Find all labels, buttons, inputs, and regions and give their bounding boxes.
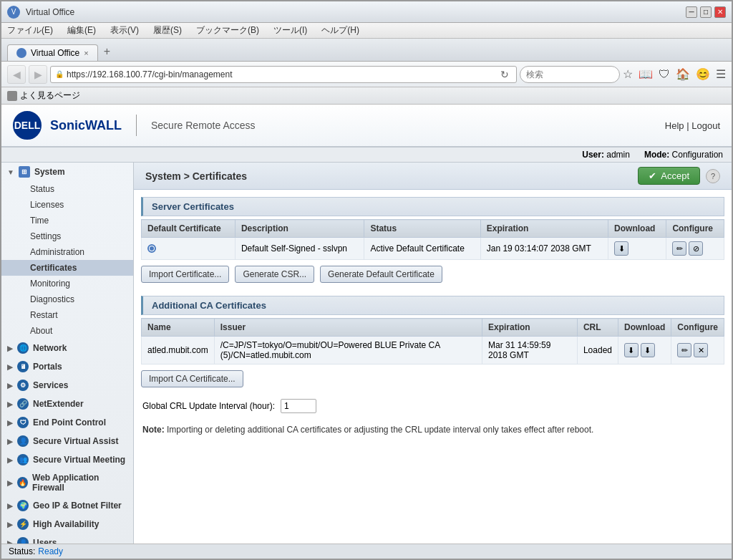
brand-name: SonicWALL <box>50 118 122 133</box>
profile-icon[interactable]: 😊 <box>696 67 710 81</box>
browser-icon: V <box>7 6 20 19</box>
sidebar-item-licenses[interactable]: Licenses <box>1 197 133 213</box>
sidebar-section-geoip[interactable]: ▶ 🌍 Geo IP & Botnet Filter <box>1 496 133 515</box>
menu-icon[interactable]: ☰ <box>716 67 726 81</box>
sidebar-section-portals[interactable]: ▶ 🖥 Portals <box>1 357 133 376</box>
status-label: Status: <box>9 546 35 556</box>
close-button[interactable]: ✕ <box>714 6 726 18</box>
sidebar-item-about[interactable]: About <box>1 323 133 339</box>
menu-edit[interactable]: 編集(E) <box>64 23 99 38</box>
mode-info: Mode: Configuration <box>644 150 723 160</box>
network-icon: 🌐 <box>17 342 29 354</box>
import-ca-cert-button[interactable]: Import CA Certificate... <box>141 370 243 387</box>
bookmark-icon[interactable]: 📖 <box>639 67 653 81</box>
mode-value: Configuration <box>672 150 723 160</box>
user-info: User: admin <box>582 150 630 160</box>
bookmarks-label[interactable]: よく見るページ <box>20 90 80 102</box>
waf-icon: 🔥 <box>17 477 28 488</box>
sidebar-item-time[interactable]: Time <box>1 213 133 228</box>
sidebar-section-waf[interactable]: ▶ 🔥 Web Application Firewall <box>1 469 133 496</box>
sidebar-section-users[interactable]: ▶ 👤 Users <box>1 534 133 544</box>
ca-col-name: Name <box>142 319 215 337</box>
col-description: Description <box>235 220 364 238</box>
server-cert-edit-button[interactable]: ✏ <box>672 241 686 256</box>
search-input[interactable] <box>520 66 620 83</box>
back-button[interactable]: ◀ <box>7 65 26 84</box>
ca-cert-row: atled.mubit.com /C=JP/ST=tokyo/O=mubit/O… <box>142 337 724 365</box>
tab-favicon <box>16 48 26 58</box>
ca-cert-delete-button[interactable]: ✕ <box>694 343 708 357</box>
sidebar-section-services[interactable]: ▶ ⚙ Services <box>1 376 133 395</box>
ha-icon: ⚡ <box>17 518 29 530</box>
sonicwall-header: DELL SonicWALL Secure Remote Access Help… <box>1 105 732 148</box>
note-label: Note: <box>142 425 165 435</box>
brand-divider <box>136 115 137 136</box>
mode-label: Mode: <box>644 150 669 160</box>
ca-configure-cell: ✏ ✕ <box>671 337 724 365</box>
sidebar-section-endpoint[interactable]: ▶ 🛡 End Point Control <box>1 413 133 432</box>
sidebar-section-system[interactable]: ▼ ⊞ System <box>1 163 133 181</box>
help-link[interactable]: Help <box>665 120 684 131</box>
additional-ca-section-header: Additional CA Certificates <box>141 296 724 315</box>
sidebar-item-restart[interactable]: Restart <box>1 307 133 323</box>
menu-view[interactable]: 表示(V) <box>107 23 142 38</box>
star-icon[interactable]: ☆ <box>623 67 633 81</box>
forward-button[interactable]: ▶ <box>29 65 47 84</box>
sidebar-section-svm[interactable]: ▶ 👥 Secure Virtual Meeting <box>1 450 133 469</box>
ca-issuer-cell: /C=JP/ST=tokyo/O=mubit/OU=Powered BLUE P… <box>214 337 482 365</box>
tab-close-button[interactable]: × <box>84 49 88 57</box>
import-cert-button[interactable]: Import Certificate... <box>141 266 229 283</box>
ca-cert-crl-download-button[interactable]: ⬇ <box>624 343 639 357</box>
sidebar-section-network[interactable]: ▶ 🌐 Network <box>1 339 133 357</box>
menu-tools[interactable]: ツール(I) <box>271 23 310 38</box>
sidebar-item-administration[interactable]: Administration <box>1 244 133 260</box>
sidebar-item-status[interactable]: Status <box>1 181 133 197</box>
cert-expiration-cell: Jan 19 03:14:07 2038 GMT <box>480 238 608 260</box>
ca-cert-download-button[interactable]: ⬇ <box>641 343 655 357</box>
cert-default-cell <box>142 238 236 260</box>
home-icon[interactable]: 🏠 <box>676 67 690 81</box>
sidebar-section-netextender[interactable]: ▶ 🔗 NetExtender <box>1 395 133 413</box>
maximize-button[interactable]: □ <box>700 6 712 18</box>
default-cert-radio[interactable] <box>147 244 156 253</box>
sidebar-item-monitoring[interactable]: Monitoring <box>1 276 133 291</box>
refresh-button[interactable]: ↻ <box>497 67 512 82</box>
page-help-button[interactable]: ? <box>706 169 720 183</box>
server-cert-delete-button[interactable]: ⊘ <box>689 241 703 256</box>
menu-history[interactable]: 履歴(S) <box>150 23 185 38</box>
generate-csr-button[interactable]: Generate CSR... <box>235 266 314 283</box>
menu-bookmarks[interactable]: ブックマーク(B) <box>193 23 262 38</box>
crl-label: Global CRL Update Interval (hour): <box>142 401 275 411</box>
col-download: Download <box>608 220 666 238</box>
accept-button[interactable]: ✔ Accept <box>638 167 700 185</box>
crl-interval-input[interactable] <box>281 399 316 413</box>
logout-link[interactable]: Logout <box>691 120 720 131</box>
sidebar-item-settings[interactable]: Settings <box>1 228 133 244</box>
shield-icon: 🛡 <box>659 68 670 81</box>
title-bar: V Virtual Office ─ □ ✕ <box>1 1 732 23</box>
minimize-button[interactable]: ─ <box>686 6 697 18</box>
ca-download-btn-group: ⬇ ⬇ <box>624 343 665 357</box>
server-cert-download-button[interactable]: ⬇ <box>614 241 628 256</box>
sidebar-section-sva[interactable]: ▶ 👤 Secure Virtual Assist <box>1 432 133 450</box>
col-status: Status <box>364 220 480 238</box>
sidebar-section-ha[interactable]: ▶ ⚡ High Availability <box>1 515 133 534</box>
cert-description-cell: Default Self-Signed - sslvpn <box>235 238 364 260</box>
bookmark-folder-icon <box>7 91 17 101</box>
ca-cert-edit-button[interactable]: ✏ <box>677 343 691 357</box>
menu-help[interactable]: ヘルプ(H) <box>319 23 362 38</box>
generate-default-cert-button[interactable]: Generate Default Certificate <box>320 266 442 283</box>
server-cert-btn-row: Import Certificate... Generate CSR... Ge… <box>134 260 732 289</box>
new-tab-button[interactable]: + <box>98 42 116 61</box>
server-cert-row: Default Self-Signed - sslvpn Active Defa… <box>142 238 724 260</box>
svm-icon: 👥 <box>17 454 29 465</box>
sidebar-item-certificates[interactable]: Certificates <box>1 260 133 276</box>
ca-cert-btn-row: Import CA Certificate... <box>134 365 732 393</box>
sidebar-item-diagnostics[interactable]: Diagnostics <box>1 291 133 307</box>
endpoint-icon: 🛡 <box>17 417 29 428</box>
cert-download-cell: ⬇ <box>608 238 666 260</box>
download-btn-group: ⬇ <box>614 241 660 256</box>
active-tab[interactable]: Virtual Office × <box>7 44 98 61</box>
configure-btn-group: ✏ ⊘ <box>672 241 718 256</box>
menu-file[interactable]: ファイル(E) <box>4 23 56 38</box>
